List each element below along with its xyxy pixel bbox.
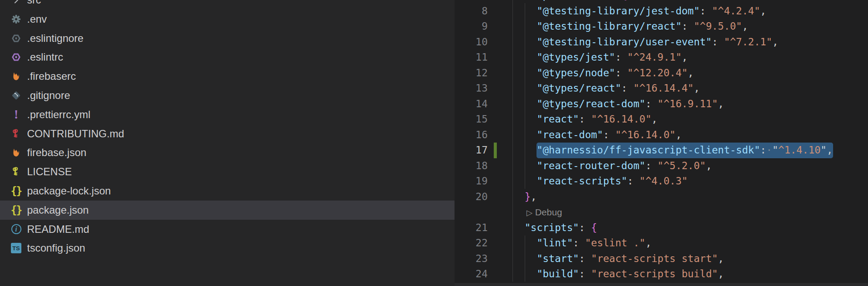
json-value: "^16.14.0" bbox=[591, 113, 651, 125]
prettier-exclamation-icon: ! bbox=[10, 105, 23, 124]
line-number-11[interactable]: 11 bbox=[455, 50, 488, 65]
comma: , bbox=[760, 5, 766, 17]
comma: , bbox=[676, 129, 682, 140]
line-number-23[interactable]: 23 bbox=[455, 251, 488, 267]
line-number-9[interactable]: 9 bbox=[455, 19, 488, 34]
sidebar-item-env[interactable]: .env bbox=[0, 10, 455, 29]
sidebar-item-src[interactable]: src bbox=[0, 0, 455, 10]
colon: : bbox=[579, 253, 591, 264]
sidebar-item-gitignore[interactable]: .gitignore bbox=[0, 86, 455, 105]
file-label: .eslintrc bbox=[27, 48, 63, 67]
codelens-debug-link[interactable]: ▷ Debug bbox=[526, 204, 562, 220]
code-line-text: "react-router-dom": "^5.2.0", bbox=[513, 158, 712, 174]
keys-icon bbox=[10, 124, 23, 143]
code-line-21[interactable]: 21 "scripts": { bbox=[455, 220, 868, 236]
line-number-14[interactable]: 14 bbox=[455, 96, 488, 112]
vscode-window: src.env.eslintignore.eslintrc.firebaserc… bbox=[0, 0, 868, 286]
line-number-18[interactable]: 18 bbox=[455, 158, 488, 174]
sidebar-item-eslintrc[interactable]: .eslintrc bbox=[0, 48, 455, 67]
json-value: "^4.2.4" bbox=[712, 5, 760, 17]
file-label: .prettierrc.yml bbox=[27, 105, 90, 124]
json-key: "build" bbox=[537, 268, 579, 279]
json-key: "react" bbox=[537, 113, 579, 125]
code-line-12[interactable]: 12 "@types/node": "^12.20.4", bbox=[455, 65, 868, 81]
line-number-22[interactable]: 22 bbox=[455, 235, 488, 251]
code-line-11[interactable]: 11 "@types/jest": "^24.9.1", bbox=[455, 50, 868, 65]
json-value: "^16.9.11" bbox=[657, 98, 718, 109]
codelens-label: Debug bbox=[535, 207, 562, 217]
code-line-16[interactable]: 16 "react-dom": "^16.14.0", bbox=[455, 127, 868, 143]
file-label: .eslintignore bbox=[27, 29, 83, 48]
line-number-10[interactable]: 10 bbox=[455, 34, 488, 50]
sidebar-item-package-lock-json[interactable]: {}package-lock.json bbox=[0, 181, 455, 201]
code-line-23[interactable]: 23 "start": "react-scripts start", bbox=[455, 251, 868, 267]
file-label: src bbox=[27, 0, 41, 10]
colon: : bbox=[646, 160, 658, 171]
json-value: "^7.2.1" bbox=[724, 36, 772, 48]
sidebar-item-package-json[interactable]: {}package.json bbox=[0, 201, 455, 220]
file-label: .env bbox=[27, 10, 47, 29]
json-key: "react-dom" bbox=[537, 129, 603, 140]
json-key: "@testing-library/user-event" bbox=[537, 36, 712, 48]
colon: : bbox=[682, 20, 694, 32]
chevron-right-icon bbox=[10, 0, 23, 10]
line-number-8[interactable]: 8 bbox=[455, 3, 488, 19]
code-line-17[interactable]: 17 "@harnessio/ff-javascript-client-sdk"… bbox=[455, 143, 868, 158]
code-line-15[interactable]: 15 "react": "^16.14.0", bbox=[455, 112, 868, 127]
sidebar-item-prettierrc-yml[interactable]: !.prettierrc.yml bbox=[0, 105, 455, 124]
info-circle-icon: i bbox=[10, 220, 23, 239]
sidebar-item-firebaserc[interactable]: .firebaserc bbox=[0, 67, 455, 86]
line-number-19[interactable]: 19 bbox=[455, 174, 488, 189]
code-line-13[interactable]: 13 "@types/react": "^16.14.4", bbox=[455, 81, 868, 96]
line-number-20[interactable]: 20 bbox=[455, 189, 488, 205]
editor-bottom-strip bbox=[455, 283, 868, 286]
code-line-14[interactable]: 14 "@types/react-dom": "^16.9.11", bbox=[455, 96, 868, 112]
json-value: "^9.5.0" bbox=[694, 20, 742, 32]
sidebar-item-contributing-md[interactable]: CONTRIBUTING.md bbox=[0, 124, 455, 143]
keys-icon bbox=[10, 162, 23, 181]
comma: , bbox=[646, 237, 652, 249]
line-number-15[interactable]: 15 bbox=[455, 112, 488, 127]
play-outline-icon: ▷ bbox=[526, 208, 533, 217]
file-label: .firebaserc bbox=[27, 67, 76, 86]
json-value: "^5.2.0" bbox=[657, 160, 706, 171]
code-line-text: "@types/react-dom": "^16.9.11", bbox=[513, 96, 724, 112]
sidebar-item-readme-md[interactable]: iREADME.md bbox=[0, 220, 455, 239]
code-line-9[interactable]: 9 "@testing-library/react": "^9.5.0", bbox=[455, 19, 868, 34]
file-label: package-lock.json bbox=[27, 181, 111, 201]
code-line-8[interactable]: 8 "@testing-library/jest-dom": "^4.2.4", bbox=[455, 3, 868, 19]
line-number-17[interactable]: 17 bbox=[455, 143, 488, 158]
json-key: "lint" bbox=[537, 237, 573, 249]
code-line-text: "@testing-library/jest-dom": "^4.2.4", bbox=[513, 3, 766, 19]
code-line-text: "@types/jest": "^24.9.1", bbox=[513, 50, 688, 65]
quote: " bbox=[820, 144, 827, 156]
sidebar-item-firebase-json[interactable]: firebase.json bbox=[0, 143, 455, 162]
line-number-24[interactable]: 24 bbox=[455, 266, 488, 282]
code-line-22[interactable]: 22 "lint": "eslint .", bbox=[455, 235, 868, 251]
sidebar-item-tsconfig-json[interactable]: TStsconfig.json bbox=[0, 238, 455, 258]
line-number-12[interactable]: 12 bbox=[455, 65, 488, 81]
code-line-text: "@testing-library/react": "^9.5.0", bbox=[513, 19, 748, 34]
sidebar-item-eslintignore[interactable]: .eslintignore bbox=[0, 29, 455, 48]
code-line-10[interactable]: 10 "@testing-library/user-event": "^7.2.… bbox=[455, 34, 868, 50]
eslint-hexagon-icon bbox=[10, 29, 23, 48]
code-line-19[interactable]: 19 "react-scripts": "^4.0.3" bbox=[455, 174, 868, 189]
line-number-13[interactable]: 13 bbox=[455, 81, 488, 96]
code-line-18[interactable]: 18 "react-router-dom": "^5.2.0", bbox=[455, 158, 868, 174]
editor-pane[interactable]: "dependencies": {8 "@testing-library/jes… bbox=[455, 0, 868, 286]
code-line-20[interactable]: 20 }, bbox=[455, 189, 868, 205]
comma: , bbox=[772, 36, 778, 48]
whitespace-dot: · bbox=[766, 144, 772, 156]
file-label: LICENSE bbox=[27, 162, 72, 181]
colon: : bbox=[573, 237, 585, 249]
json-value: "^16.14.0" bbox=[615, 129, 675, 140]
line-number-16[interactable]: 16 bbox=[455, 127, 488, 143]
sidebar-item-license[interactable]: LICENSE bbox=[0, 162, 455, 181]
code-line-text: "start": "react-scripts start", bbox=[513, 251, 724, 267]
code-line-24[interactable]: 24 "build": "react-scripts build", bbox=[455, 266, 868, 282]
json-key: "react-scripts" bbox=[537, 175, 627, 187]
brace: } bbox=[525, 191, 531, 202]
json-key: "@types/react" bbox=[537, 82, 621, 94]
line-number-21[interactable]: 21 bbox=[455, 220, 488, 236]
comma: , bbox=[718, 253, 724, 264]
